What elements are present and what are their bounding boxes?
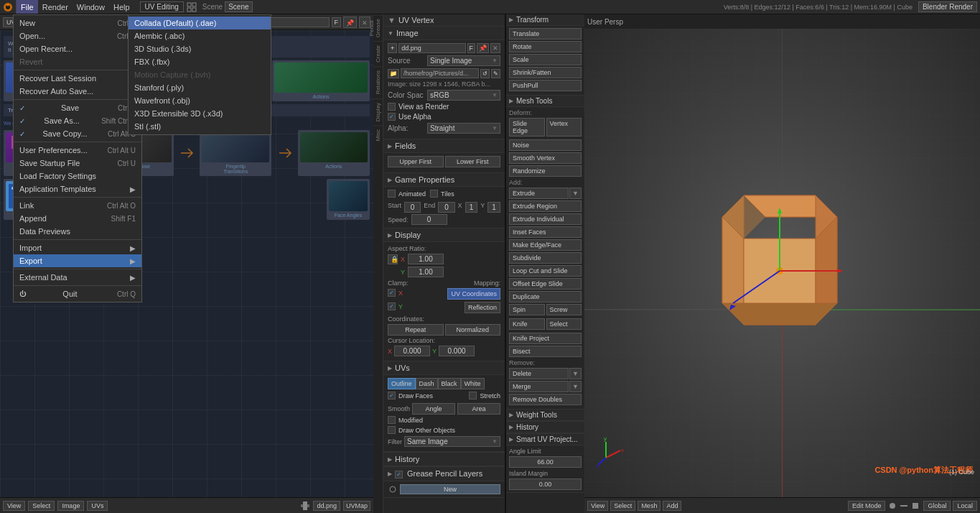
angle-btn[interactable]: Angle (412, 403, 455, 415)
knife-project-btn[interactable]: Knife Project (509, 333, 582, 344)
edit-mode-btn[interactable]: Edit Mode (848, 501, 886, 511)
select-btn-vp[interactable]: Select (610, 501, 635, 511)
vertex-icon[interactable] (887, 501, 897, 511)
subdivide-btn[interactable]: Subdivide (509, 252, 582, 264)
lock-btn[interactable]: 🔒 (388, 254, 398, 264)
duplicate-btn[interactable]: Duplicate (509, 291, 582, 302)
face-icon[interactable] (910, 501, 920, 511)
export-obj[interactable]: Wavefront (.obj) (129, 94, 271, 107)
vtab-create[interactable]: Create (373, 41, 383, 66)
vtab-display[interactable]: Display (373, 98, 383, 125)
slide-edge-btn[interactable]: Slide Edge (509, 118, 545, 137)
spin-btn[interactable]: Spin (509, 304, 545, 315)
delete-dropdown-btn[interactable]: ▼ (569, 368, 582, 379)
extrude-region-btn[interactable]: Extrude Region (509, 200, 582, 212)
menu-file[interactable]: File (17, 0, 38, 14)
mesh-tools-header[interactable]: ▶ Mesh Tools (506, 96, 584, 107)
rotate-btn[interactable]: Rotate (509, 41, 582, 52)
menu-save[interactable]: ✓ Save Ctrl S (14, 101, 141, 114)
history-tools-header[interactable]: ▶ History (506, 422, 584, 433)
menu-window[interactable]: Window (73, 0, 109, 14)
global-btn[interactable]: Global (923, 501, 951, 511)
menu-open[interactable]: Open... Ctrl O (14, 29, 141, 42)
x-checkbox[interactable] (388, 289, 396, 297)
export-fbx[interactable]: FBX (.fbx) (129, 55, 271, 68)
repeat-btn[interactable]: Repeat (388, 324, 444, 336)
viewport-bg[interactable]: x y z CSDN @python算法工程师 (1) Cube (584, 29, 980, 497)
view-as-render-label[interactable]: View as Render (398, 103, 449, 111)
make-edge-btn[interactable]: Make Edge/Face (509, 239, 582, 251)
transform-header[interactable]: ▶ Transform (506, 14, 584, 26)
image-add-icon[interactable]: + (388, 43, 397, 53)
tiles-checkbox[interactable] (430, 190, 438, 198)
menu-open-recent[interactable]: Open Recent... ▶ (14, 42, 141, 55)
start-field[interactable]: 0 (404, 202, 421, 213)
reflection-btn[interactable]: Reflection (465, 302, 500, 313)
uv-uvmap-btn[interactable]: UVMap (343, 501, 370, 511)
new-layer-btn[interactable]: New (400, 484, 500, 494)
game-props-header[interactable]: ▶ Game Properties (383, 173, 505, 187)
uv-image-btn[interactable]: Image (57, 501, 84, 511)
dash-tab[interactable]: Dash (416, 378, 438, 389)
menu-export[interactable]: Export ▶ (14, 254, 141, 267)
image-pin-btn[interactable]: 📌 (477, 43, 489, 53)
scale-btn[interactable]: Scale (509, 54, 582, 65)
image-name-field[interactable]: dd.png (398, 43, 465, 53)
mesh-btn-vp[interactable]: Mesh (638, 501, 661, 511)
display-header[interactable]: ▶ Display (383, 228, 505, 242)
smooth-vertex-btn[interactable]: Smooth Vertex (509, 152, 582, 164)
image-f-btn[interactable]: F (467, 43, 476, 53)
inset-faces-btn[interactable]: Inset Faces (509, 226, 582, 238)
pushpull-btn[interactable]: PushPull (509, 80, 582, 91)
x-field[interactable]: 1 (465, 202, 478, 213)
select-btn[interactable]: Select (546, 318, 582, 330)
uv-f-btn[interactable]: F (332, 17, 342, 27)
menu-new[interactable]: New Ctrl N (14, 17, 141, 29)
remove-doubles-btn[interactable]: Remove Doubles (509, 394, 582, 405)
bisect-btn[interactable]: Bisect (509, 346, 582, 357)
local-btn[interactable]: Local (953, 501, 977, 511)
angle-limit-field[interactable]: 66.00 (509, 456, 582, 468)
image-close-btn[interactable]: ✕ (490, 43, 500, 53)
speed-field[interactable]: 0 (411, 214, 447, 225)
noise-btn[interactable]: Noise (509, 139, 582, 151)
vertex-btn[interactable]: Vertex (546, 118, 582, 137)
image-header[interactable]: ▼ Image (383, 27, 505, 40)
export-stl[interactable]: Stl (.stl) (129, 120, 271, 133)
menu-help[interactable]: Help (109, 0, 134, 14)
smart-uv-header[interactable]: ▶ Smart UV Project... (506, 434, 584, 445)
filepath-reload-btn[interactable]: ↺ (480, 69, 490, 78)
animated-checkbox[interactable] (388, 190, 396, 198)
island-margin-field[interactable]: 0.00 (509, 479, 582, 490)
merge-btn[interactable]: Merge (509, 381, 569, 392)
filepath-field[interactable]: /homefrog/Pictures/d... (401, 68, 479, 78)
y-field[interactable]: 1 (487, 202, 500, 213)
menu-append[interactable]: Append Shift F1 (14, 212, 141, 225)
extrude-dropdown-btn[interactable]: ▼ (569, 188, 582, 199)
modified-checkbox[interactable] (388, 416, 396, 424)
upper-first-btn[interactable]: Upper First (388, 156, 444, 167)
white-tab[interactable]: White (461, 378, 485, 389)
uv-pin-btn[interactable]: 📌 (343, 17, 357, 28)
use-alpha-label[interactable]: Use Alpha (398, 113, 431, 121)
knife-btn[interactable]: Knife (509, 318, 545, 330)
uv-coords-btn[interactable]: UV Coordinates (447, 288, 500, 300)
stretch-checkbox[interactable] (469, 392, 477, 399)
menu-recover-last[interactable]: Recover Last Session (14, 72, 141, 85)
uv-view-btn[interactable]: View (3, 501, 25, 511)
vtab-grease-pencil[interactable]: GreasePencil (373, 14, 383, 41)
normalized-btn[interactable]: Normalized (445, 324, 501, 336)
weight-tools-header[interactable]: ▶ Weight Tools (506, 410, 584, 421)
engine-dropdown[interactable]: Blender Render (918, 1, 977, 12)
cursor-x[interactable]: 0.000 (394, 346, 430, 356)
menu-save-copy[interactable]: ✓ Save Copy... Ctrl Alt S (14, 127, 141, 140)
menu-link[interactable]: Link Ctrl Alt O (14, 199, 141, 212)
history-header[interactable]: ▶ History (383, 453, 505, 466)
vtab-misc[interactable]: Misc (373, 125, 383, 144)
menu-save-startup[interactable]: Save Startup File Ctrl U (14, 157, 141, 170)
export-ply[interactable]: Stanford (.ply) (129, 81, 271, 94)
merge-dropdown-btn[interactable]: ▼ (569, 381, 582, 392)
gp-layers-checkbox[interactable] (395, 471, 403, 479)
lower-first-btn[interactable]: Lower First (445, 156, 501, 167)
menu-render[interactable]: Render (38, 0, 73, 14)
